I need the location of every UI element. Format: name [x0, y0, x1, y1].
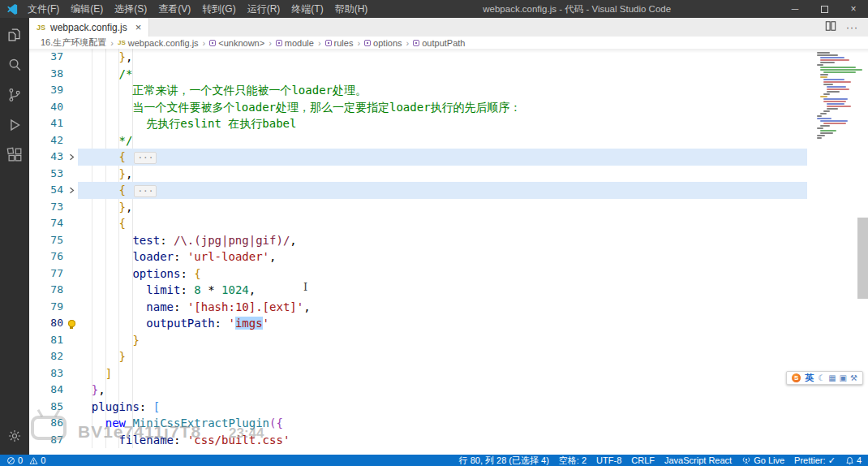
code-content: 正常来讲，一个文件只能被一个loader处理。: [78, 82, 868, 99]
tab-webpack-config-js[interactable]: JS webpack.config.js ×: [29, 18, 149, 37]
line-number[interactable]: 81: [29, 332, 65, 349]
ime-tool-icon-0[interactable]: ☾: [818, 373, 825, 382]
line-number[interactable]: 40: [29, 99, 65, 116]
breadcrumb-file[interactable]: JSwebpack.config.js: [118, 38, 199, 48]
tab-close-icon[interactable]: ×: [135, 21, 142, 33]
split-editor-icon[interactable]: [825, 20, 836, 35]
line-number[interactable]: 85: [29, 399, 65, 416]
status-problems-warnings[interactable]: 0: [29, 455, 45, 466]
line-number[interactable]: 78: [29, 282, 65, 299]
line-number[interactable]: 53: [29, 166, 65, 183]
line-number[interactable]: 79: [29, 299, 65, 316]
menu-run[interactable]: 运行(R): [242, 0, 286, 18]
minimize-button[interactable]: ─: [780, 0, 810, 18]
line-number[interactable]: 76: [29, 248, 65, 265]
line-number[interactable]: 80: [29, 315, 65, 332]
sogou-logo-icon[interactable]: S: [792, 373, 801, 382]
line-number[interactable]: 37: [29, 49, 65, 66]
fold-chevron-icon[interactable]: [65, 149, 78, 166]
line-number[interactable]: 41: [29, 115, 65, 132]
line-number[interactable]: 75: [29, 232, 65, 249]
ime-language-indicator[interactable]: 英: [805, 372, 814, 384]
code-line-42[interactable]: 42 */: [29, 132, 868, 149]
code-editor[interactable]: 37 },38 /*39 正常来讲，一个文件只能被一个loader处理。40 当…: [29, 49, 868, 455]
ime-tool-icon-2[interactable]: ▣: [840, 373, 847, 382]
status-notifications[interactable]: 4: [845, 455, 862, 466]
menu-view[interactable]: 查看(V): [153, 0, 196, 18]
code-line-54[interactable]: 54 { ···: [29, 182, 868, 199]
code-line-77[interactable]: 77 options: {: [29, 265, 868, 283]
line-number[interactable]: 39: [29, 82, 65, 99]
code-line-74[interactable]: 74 {: [29, 215, 868, 232]
activity-extensions-icon[interactable]: [4, 145, 25, 166]
line-number[interactable]: 42: [29, 132, 65, 149]
line-number[interactable]: 84: [29, 382, 65, 399]
menu-edit[interactable]: 编辑(E): [65, 0, 109, 18]
status-eol[interactable]: CRLF: [631, 455, 655, 466]
menu-help[interactable]: 帮助(H): [329, 0, 374, 18]
code-line-83[interactable]: 83 ]: [29, 365, 868, 382]
line-number[interactable]: 87: [29, 432, 65, 449]
code-line-76[interactable]: 76 loader: 'url-loader',: [29, 248, 868, 265]
code-line-87[interactable]: 87 filename: 'css/built.css': [29, 432, 868, 449]
line-number[interactable]: 38: [29, 66, 65, 83]
code-line-40[interactable]: 40 当一个文件要被多个loader处理，那么一定要指定loader执行的先后顺…: [29, 99, 868, 116]
line-number[interactable]: 43: [29, 149, 65, 166]
code-line-80[interactable]: 80 outputPath: 'imgs': [29, 315, 868, 332]
line-number[interactable]: 82: [29, 348, 65, 365]
menu-go[interactable]: 转到(G): [196, 0, 241, 18]
activity-explorer-icon[interactable]: [4, 24, 25, 45]
code-line-53[interactable]: 53 },: [29, 166, 868, 183]
line-number[interactable]: 73: [29, 199, 65, 216]
menu-selection[interactable]: 选择(S): [109, 0, 153, 18]
code-line-39[interactable]: 39 正常来讲，一个文件只能被一个loader处理。: [29, 82, 868, 99]
breadcrumb-module[interactable]: module: [276, 38, 314, 48]
code-line-78[interactable]: 78 limit: 8 * 1024,: [29, 282, 868, 299]
breadcrumb-unknown[interactable]: <unknown>: [209, 38, 264, 48]
fold-chevron-icon[interactable]: [65, 182, 78, 199]
line-number[interactable]: 83: [29, 365, 65, 382]
lightbulb-icon[interactable]: [68, 320, 75, 327]
code-line-37[interactable]: 37 },: [29, 49, 868, 66]
activity-source-control-icon[interactable]: [4, 84, 25, 106]
line-number[interactable]: 74: [29, 215, 65, 232]
code-line-75[interactable]: 75 test: /\.(jpg|png|gif)/,: [29, 232, 868, 249]
status-go-live[interactable]: Go Live: [741, 455, 784, 466]
breadcrumb-folder[interactable]: 16.生产环境配置: [41, 37, 106, 49]
lightbulb-gutter[interactable]: [65, 315, 78, 332]
ime-tool-icon-1[interactable]: ▦: [828, 373, 836, 382]
menu-terminal[interactable]: 终端(T): [286, 0, 329, 18]
code-line-79[interactable]: 79 name: '[hash:10].[ext]',: [29, 299, 868, 316]
more-actions-icon[interactable]: ···: [846, 22, 858, 33]
status-prettier[interactable]: Prettier: ✓: [794, 455, 836, 466]
breadcrumb-outputPath[interactable]: outputPath: [413, 38, 465, 48]
code-line-86[interactable]: 86 new MiniCssExtractPlugin({: [29, 415, 868, 432]
activity-manage-icon[interactable]: [4, 425, 25, 447]
line-number[interactable]: 77: [29, 265, 65, 283]
status-indentation[interactable]: 空格: 2: [559, 455, 587, 466]
activity-search-icon[interactable]: [4, 54, 25, 76]
breadcrumb-rules[interactable]: rules: [325, 38, 354, 48]
code-line-38[interactable]: 38 /*: [29, 66, 868, 83]
code-line-73[interactable]: 73 },: [29, 199, 868, 216]
code-line-84[interactable]: 84 },: [29, 382, 868, 399]
ime-tool-icon-3[interactable]: ⚒: [850, 373, 857, 382]
status-encoding[interactable]: UTF-8: [596, 455, 621, 466]
code-line-85[interactable]: 85 plugins: [: [29, 399, 868, 416]
status-problems-errors[interactable]: 0: [6, 455, 23, 466]
code-line-82[interactable]: 82 }: [29, 348, 868, 365]
code-line-43[interactable]: 43 { ···: [29, 149, 868, 166]
line-number[interactable]: 54: [29, 182, 65, 199]
breadcrumb-options[interactable]: options: [364, 38, 402, 48]
status-cursor-position[interactable]: 行 80, 列 28 (已选择 4): [459, 455, 549, 466]
activity-run-and-debug-icon[interactable]: [4, 114, 25, 136]
code-line-41[interactable]: 41 先执行eslint 在执行babel: [29, 115, 868, 132]
scrollbar-thumb[interactable]: [857, 218, 868, 299]
menu-file[interactable]: 文件(F): [22, 0, 65, 18]
close-button[interactable]: ×: [839, 0, 868, 18]
ime-toolbar[interactable]: S 英 ☾▦▣⚒: [786, 371, 863, 385]
code-line-81[interactable]: 81 }: [29, 332, 868, 349]
line-number[interactable]: 86: [29, 415, 65, 432]
maximize-button[interactable]: [810, 0, 839, 18]
status-language-mode[interactable]: JavaScript React: [664, 455, 732, 466]
